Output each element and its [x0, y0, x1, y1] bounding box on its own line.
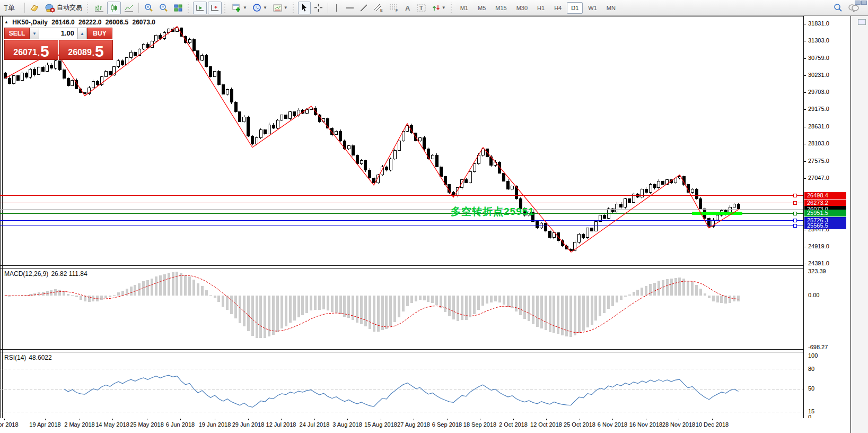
date-tick-label: 19 Apr 2018 [29, 421, 60, 428]
sell-price-main: 26071 [13, 48, 37, 58]
toolbar: 订单 自动交易 ▼ [0, 0, 868, 16]
zoom-in-button[interactable] [142, 2, 155, 14]
volume-input[interactable]: 1.00 [39, 28, 77, 39]
cursor-button[interactable] [298, 2, 311, 14]
volume-decrease-button[interactable]: ▼ [30, 28, 39, 39]
price-tick-label: 29175.0 [808, 106, 829, 112]
price-tick-mark [804, 58, 806, 59]
chart-shift-icon [210, 4, 220, 12]
rsi-value: 48.6022 [29, 354, 51, 361]
book-icon [30, 4, 39, 12]
macd-name: MACD(12,26,9) [4, 270, 48, 278]
horizontal-line-button[interactable] [344, 2, 356, 14]
date-axis[interactable]: 9 Apr 201819 Apr 20182 May 201814 May 20… [0, 418, 848, 433]
price-tick-label: 31831.0 [808, 20, 829, 27]
chart-symbol-period: HK50-,Daily [12, 19, 48, 26]
timeframe-m5[interactable]: M5 [474, 2, 490, 14]
window-button-icon[interactable] [861, 1, 867, 5]
tile-windows-button[interactable] [171, 2, 185, 14]
date-tick-mark [112, 419, 113, 420]
search-button[interactable] [831, 2, 845, 14]
volume-increase-button[interactable]: ▲ [77, 28, 87, 39]
ohlc-low: 26006.5 [106, 19, 128, 26]
template-icon [273, 4, 283, 12]
auto-scroll-button[interactable] [193, 2, 207, 14]
grip [293, 3, 295, 13]
fibonacci-button[interactable]: F [387, 2, 401, 14]
date-tick-label: 16 Nov 2018 [629, 421, 662, 428]
templates-button[interactable]: ▼ [270, 2, 290, 14]
date-tick-mark [45, 419, 46, 420]
text-label-icon: T [417, 4, 426, 12]
chart-title: ▲ HK50-,Daily 26146.0 26222.0 26006.5 26… [4, 19, 157, 26]
dropdown-caret-icon: ▼ [442, 5, 446, 10]
chart-shift-button[interactable] [208, 2, 222, 14]
sell-price-dot: . [38, 49, 40, 58]
date-tick-mark [381, 419, 381, 420]
timeframe-h1[interactable]: H1 [533, 2, 549, 14]
periods-button[interactable]: ▼ [250, 2, 269, 14]
grip [224, 3, 227, 13]
price-tick-label: 28631.0 [808, 123, 829, 129]
price-tick-label: 29703.0 [808, 89, 829, 95]
date-tick-label: 10 Dec 2018 [696, 421, 729, 428]
autotrading-button[interactable]: 自动交易 [42, 2, 84, 14]
price-tick-label: 28103.0 [808, 140, 829, 146]
robot-icon [45, 3, 55, 13]
macd-values: 26.82 111.84 [51, 270, 87, 278]
date-tick-label: 18 Sep 2018 [463, 421, 496, 428]
journal-book-button[interactable] [28, 2, 41, 14]
text-a-icon: A [404, 4, 411, 12]
horizontal-line-icon [346, 4, 354, 12]
channel-icon: E [373, 3, 383, 12]
price-tick-mark [804, 178, 806, 179]
candlestick-chart-button[interactable] [107, 2, 121, 14]
date-tick-label: 6 Jun 2018 [166, 421, 195, 428]
timeframe-m30[interactable]: M30 [512, 2, 532, 14]
sell-price[interactable]: 26071.5 [4, 40, 58, 60]
arrows-button[interactable]: ▼ [429, 2, 448, 14]
indicators-button[interactable]: ▼ [230, 2, 249, 14]
timeframe-h4[interactable]: H4 [550, 2, 566, 14]
price-tick-mark [804, 161, 806, 162]
grip [87, 3, 90, 13]
date-tick-mark [679, 419, 679, 420]
trendline-button[interactable] [357, 2, 370, 14]
bar-chart-button[interactable] [92, 2, 106, 14]
arrows-icon [432, 4, 441, 12]
vertical-line-button[interactable] [331, 2, 343, 14]
text-button[interactable]: A [402, 2, 414, 14]
window-button-icon[interactable] [855, 1, 861, 5]
equidistant-channel-button[interactable]: E [371, 2, 385, 14]
timeframe-m1[interactable]: M1 [456, 2, 472, 14]
svg-text:A: A [405, 4, 410, 12]
collapse-triangle-icon[interactable]: ▲ [4, 20, 8, 24]
date-tick-label: 2 Oct 2018 [499, 421, 528, 428]
zoom-out-button[interactable] [156, 2, 170, 14]
chart-plot-area[interactable] [0, 16, 848, 433]
rsi-label: RSI(14)48.6022 [4, 354, 55, 361]
separator [24, 3, 25, 13]
sell-button[interactable]: SELL [4, 28, 30, 39]
crosshair-button[interactable] [312, 2, 325, 14]
price-axis[interactable]: 31831.031303.030759.030231.029703.029175… [804, 16, 851, 433]
timeframe-w1[interactable]: W1 [584, 2, 601, 14]
text-label-button[interactable]: T [415, 2, 428, 14]
line-chart-button[interactable] [122, 2, 136, 14]
rsi-tick-label: 50 [808, 385, 814, 392]
timeframe-m15[interactable]: M15 [491, 2, 511, 14]
separator [138, 3, 139, 13]
line-price-tag: 26273.2 [804, 200, 846, 206]
grip [451, 3, 453, 13]
fibonacci-icon: F [389, 3, 399, 12]
dropdown-caret-icon: ▼ [243, 5, 247, 10]
timeframe-d1[interactable]: D1 [567, 2, 583, 14]
price-tick-label: 30759.0 [808, 55, 829, 61]
timeframe-mn[interactable]: MN [602, 2, 620, 14]
new-order-button[interactable]: 订单 [2, 2, 22, 14]
buy-button[interactable]: BUY [87, 28, 112, 39]
window-control-icon[interactable] [858, 19, 866, 25]
date-tick-mark [248, 419, 249, 420]
buy-price[interactable]: 26089.5 [59, 40, 113, 60]
price-tick-label: 24391.0 [808, 260, 829, 266]
